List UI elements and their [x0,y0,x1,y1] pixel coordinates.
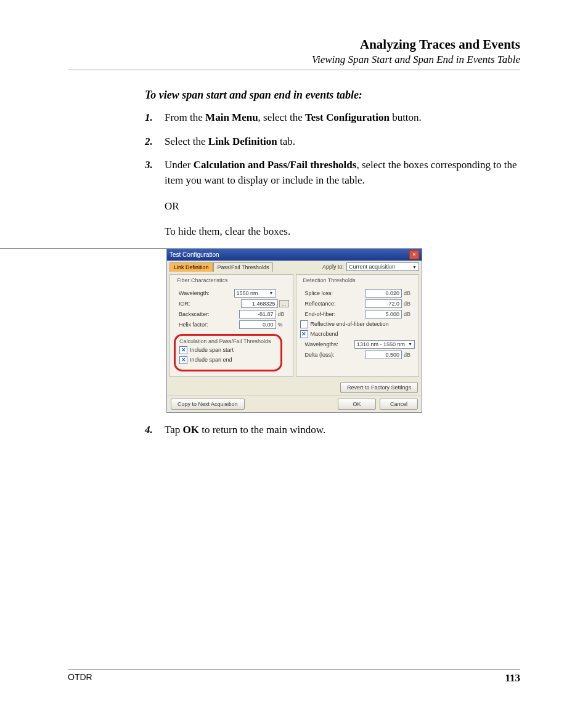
panel-title: Fiber Characteristics [175,277,230,283]
unit-percent: % [276,322,289,328]
unit-db: dB [276,311,289,317]
apply-to-label: Apply to: [322,264,344,270]
page-footer: OTDR 113 [68,669,520,684]
checkbox-reflective-eof[interactable]: ✕ [300,320,308,328]
procedure-title: To view span start and span end in event… [145,89,520,102]
backscatter-input[interactable]: -81.87 [239,310,276,318]
copy-next-button[interactable]: Copy to Next Acquisition [171,399,245,410]
ior-input[interactable]: 1.468325 [241,299,278,308]
panel-fiber-characteristics: Fiber Characteristics Wavelength: 1550 n… [169,274,293,377]
apply-to-select[interactable]: Current acquisition▼ [346,262,419,271]
chevron-down-icon: ▼ [408,342,412,346]
dialog-screenshot: Test Configuration × Link Definition Pas… [166,248,422,413]
helix-input[interactable]: 0.00 [239,320,276,329]
helix-label: Helix factor: [174,322,239,328]
reflectance-label: Reflectance: [300,301,365,307]
step-text: From the Main Menu, select the Test Conf… [165,110,422,126]
eof-label: End-of-fiber: [300,311,365,317]
wavelength-label: Wavelength: [174,290,234,296]
step-number: 2. [145,134,165,150]
step-text: Select the Link Definition tab. [165,134,295,150]
calc-title: Calculation and Pass/Fail Thresholds [179,338,272,344]
page-header: Analyzing Traces and Events Viewing Span… [68,37,520,70]
chevron-down-icon: ▼ [412,265,417,269]
tab-link-definition[interactable]: Link Definition [169,262,213,272]
revert-button[interactable]: Revert to Factory Settings [340,382,418,393]
splice-label: Splice loss: [300,290,365,296]
unit-db: dB [402,311,415,317]
footer-product: OTDR [68,672,92,684]
step-3: 3. Under Calculation and Pass/Fail thres… [145,158,520,188]
wavelengths-select[interactable]: 1310 nm - 1550 nm▼ [354,340,415,349]
calc-passfail-group: Calculation and Pass/Fail Thresholds ✕ I… [174,334,282,371]
checkbox-span-start[interactable]: ✕ [179,346,187,354]
ok-button[interactable]: OK [338,399,376,410]
step-number: 4. [145,423,165,438]
ior-label: IOR: [174,301,241,307]
wavelengths-label: Wavelengths: [300,341,355,347]
chevron-down-icon: ▼ [269,291,274,295]
step-text: Tap OK to return to the main window. [165,423,325,438]
macrobend-label: Macrobend [311,331,338,337]
span-end-label: Include span end [190,357,232,363]
dialog-title: Test Configuration [169,251,219,258]
dialog-titlebar: Test Configuration × [167,249,422,261]
step-1: 1. From the Main Menu, select the Test C… [145,110,520,126]
span-start-label: Include span start [190,347,234,353]
refeof-label: Reflective end-of-fiber detection [311,321,389,327]
close-icon[interactable]: × [409,250,419,259]
page-number: 113 [505,672,520,684]
backscatter-label: Backscatter: [174,311,239,317]
chapter-title: Analyzing Traces and Events [68,37,520,52]
wavelength-select[interactable]: 1550 nm▼ [234,289,276,298]
unit-db: dB [402,352,415,358]
eof-input[interactable]: 5.000 [365,310,402,318]
step-4: 4. Tap OK to return to the main window. [145,423,520,438]
checkbox-macrobend[interactable]: ✕ [300,330,308,338]
step-2: 2. Select the Link Definition tab. [145,134,520,150]
step-number: 1. [145,110,165,126]
panel-detection-thresholds: Detection Thresholds Splice loss: 0.020 … [296,274,420,377]
step-3-or: OR [165,199,520,214]
tab-passfail[interactable]: Pass/Fail Thresholds [213,262,274,272]
delta-label: Delta (loss): [300,352,365,358]
cancel-button[interactable]: Cancel [380,399,418,410]
panel-title: Detection Thresholds [301,277,357,283]
unit-db: dB [402,290,415,296]
section-title: Viewing Span Start and Span End in Event… [68,54,520,66]
ior-more-button[interactable]: ... [279,300,289,307]
checkbox-span-end[interactable]: ✕ [179,356,187,364]
step-text: Under Calculation and Pass/Fail threshol… [165,158,520,188]
step-3-alt: To hide them, clear the boxes. [165,224,520,240]
reflectance-input[interactable]: -72.0 [365,299,402,308]
unit-db: dB [402,301,415,307]
step-number: 3. [145,158,165,188]
splice-input[interactable]: 0.020 [365,289,402,298]
delta-input[interactable]: 0.500 [365,351,402,359]
